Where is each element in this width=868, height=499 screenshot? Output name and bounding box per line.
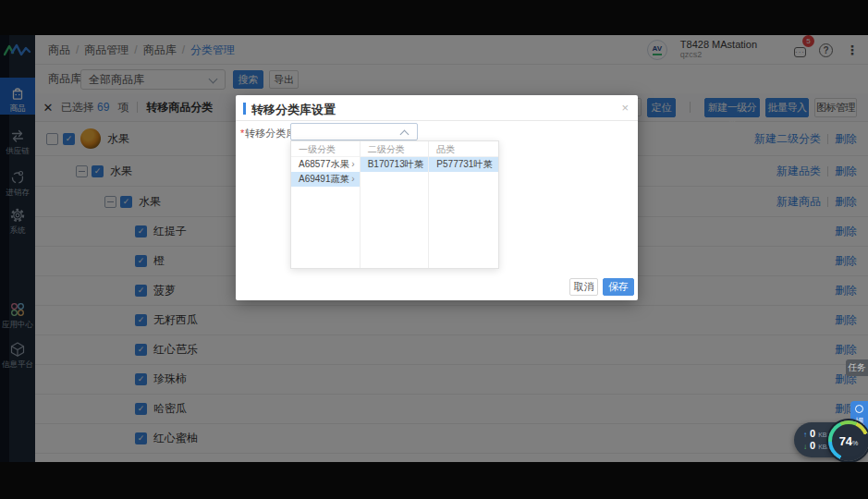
cascader-option-selected[interactable]: P577731叶菜	[429, 157, 498, 172]
modal-title-bar: 转移分类库设置 ×	[236, 95, 638, 121]
cascader-panel: 一级分类 A68577水果› A69491蔬菜› 二级分类 B170713叶菜›…	[290, 140, 499, 269]
screen: 商品 供应链 进销存 系统	[0, 0, 868, 499]
cascader-column-header: 一级分类	[291, 141, 360, 157]
cascader-column-level3: 品类 P577731叶菜	[429, 141, 498, 268]
cancel-button[interactable]: 取消	[569, 278, 598, 296]
modal-footer: 取消 保存	[569, 278, 634, 296]
gauge-face: 74 %	[832, 424, 865, 457]
cascader-column-level2: 二级分类 B170713叶菜›	[361, 141, 430, 268]
arrow-down-icon: ↓	[803, 442, 807, 452]
transfer-category-modal: 转移分类库设置 × *转移分类库: 一级分类 A68577水果› A69491蔬…	[236, 95, 638, 300]
chat-bubble-icon	[855, 405, 863, 413]
arrow-up-icon: ↑	[803, 430, 807, 440]
child-arrow-icon: ›	[351, 172, 354, 187]
chevron-up-icon	[400, 130, 410, 140]
top-letterbox-bar	[0, 0, 868, 35]
cascader-option[interactable]: A68577水果›	[291, 157, 360, 172]
transfer-library-input[interactable]	[290, 123, 418, 140]
child-arrow-icon: ›	[421, 157, 423, 172]
title-accent-bar	[243, 103, 246, 115]
close-icon[interactable]: ×	[621, 101, 629, 115]
cascader-column-header: 二级分类	[361, 141, 429, 157]
task-tab[interactable]: 任务	[846, 359, 868, 376]
cascader-column-header: 品类	[429, 141, 498, 157]
cascader-column-level1: 一级分类 A68577水果› A69491蔬菜›	[291, 141, 361, 268]
modal-title: 转移分类库设置	[251, 102, 336, 118]
child-arrow-icon: ›	[351, 157, 354, 172]
cascader-option-selected[interactable]: B170713叶菜›	[361, 157, 429, 172]
save-button[interactable]: 保存	[603, 278, 634, 296]
bottom-letterbox-bar	[0, 462, 868, 499]
required-mark: *	[240, 128, 244, 139]
cascader-option-selected[interactable]: A69491蔬菜›	[291, 172, 360, 187]
app-window: 商品 供应链 进销存 系统	[0, 35, 868, 462]
memory-usage-gauge[interactable]: 74 %	[828, 420, 868, 461]
